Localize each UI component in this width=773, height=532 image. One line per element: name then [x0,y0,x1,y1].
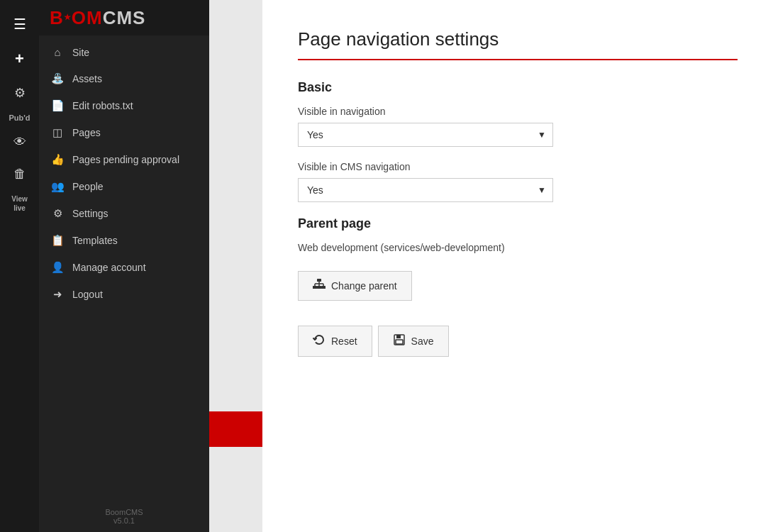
sidebar-item-settings[interactable]: ⚙ Settings [39,200,209,227]
svg-rect-2 [317,286,321,289]
logout-icon: ➜ [50,288,65,301]
sidebar-item-pages-pending[interactable]: 👍 Pages pending approval [39,146,209,173]
sidebar-item-templates[interactable]: 📋 Templates [39,227,209,254]
settings-button[interactable]: ⚙ [0,77,39,109]
eye-icon: 👁 [13,135,26,150]
add-button[interactable]: + [0,41,39,77]
trash-button[interactable]: 🗑 [0,158,39,190]
visible-in-cms-nav-select-wrapper: Yes No ▼ [298,178,553,202]
parent-page-section: Parent page Web development (services/we… [298,216,738,301]
people-icon: 👥 [50,180,65,193]
visible-in-cms-nav-label: Visible in CMS navigation [298,161,738,172]
view-live-label: Viewlive [0,190,39,217]
pages-icon: ◫ [50,126,65,139]
file-icon: 📄 [50,99,65,112]
hamburger-menu-button[interactable]: ☰ [0,7,39,41]
title-divider [298,59,738,60]
action-buttons: Reset Save [298,318,738,357]
sidebar-item-people[interactable]: 👥 People [39,173,209,200]
change-parent-button[interactable]: Change parent [298,271,412,301]
templates-icon: 📋 [50,234,65,247]
visible-in-nav-label: Visible in navigation [298,106,738,117]
save-icon [393,333,406,349]
trash-icon: 🗑 [13,167,26,182]
user-icon: 👤 [50,261,65,274]
home-icon: ⌂ [50,46,65,58]
thumbs-up-icon: 👍 [50,153,65,166]
mid-strip [209,0,262,532]
logo-cms: CMS [103,7,146,28]
visible-in-nav-field: Visible in navigation Yes No ▼ [298,106,738,147]
sidebar-item-site[interactable]: ⌂ Site [39,39,209,65]
parent-page-info: Web development (services/web-developmen… [298,242,738,253]
sidebar-item-logout[interactable]: ➜ Logout [39,281,209,308]
sidebar-item-manage-account[interactable]: 👤 Manage account [39,254,209,281]
sidebar-nav: ⌂ Site ⛲ Assets 📄 Edit robots.txt ◫ Page… [39,35,209,501]
visible-in-cms-nav-select[interactable]: Yes No [298,178,553,202]
parent-page-title: Parent page [298,216,738,231]
visible-in-nav-select-wrapper: Yes No ▼ [298,123,553,147]
logo: B★OMCMS [39,0,209,35]
svg-rect-0 [317,279,321,282]
sidebar-item-pages[interactable]: ◫ Pages [39,119,209,146]
assets-icon: ⛲ [50,72,65,85]
plus-icon: + [15,50,24,68]
publish-status-label: Pub'd [0,109,39,126]
page-title: Page navigation settings [298,28,738,50]
icon-bar: ☰ + ⚙ Pub'd 👁 🗑 Viewlive [0,0,39,532]
logo-boom: B★OM [50,7,103,28]
hamburger-icon: ☰ [13,16,26,33]
eye-button[interactable]: 👁 [0,126,39,158]
sitemap-icon [313,279,326,293]
reset-icon [313,333,326,349]
gear-icon: ⚙ [14,85,26,101]
basic-section-title: Basic [298,80,738,95]
sidebar: B★OMCMS ⌂ Site ⛲ Assets 📄 Edit robots.tx… [39,0,209,532]
reset-button[interactable]: Reset [298,326,372,357]
svg-rect-11 [396,340,403,344]
settings-nav-icon: ⚙ [50,207,65,220]
svg-rect-10 [396,335,401,338]
sidebar-item-assets[interactable]: ⛲ Assets [39,65,209,92]
svg-rect-1 [313,286,317,289]
version-info: BoomCMS v5.0.1 [39,501,209,532]
save-button[interactable]: Save [378,326,449,357]
main-content: Page navigation settings Basic Visible i… [262,0,773,532]
sidebar-item-edit-robots[interactable]: 📄 Edit robots.txt [39,92,209,119]
active-indicator [209,411,262,447]
svg-rect-3 [321,286,326,289]
visible-in-nav-select[interactable]: Yes No [298,123,553,147]
visible-in-cms-nav-field: Visible in CMS navigation Yes No ▼ [298,161,738,202]
